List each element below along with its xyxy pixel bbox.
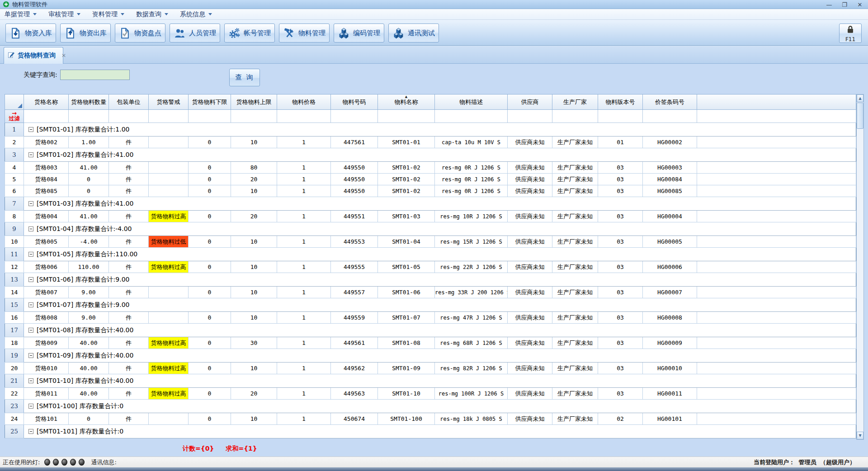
toolbar-button-7[interactable]: 编码管理 [334,24,384,42]
collapse-icon[interactable] [28,429,33,434]
row-number[interactable]: 19 [5,349,24,363]
grid-cell[interactable]: 件 [109,312,149,324]
grid-cell[interactable]: res-mg 18k J 0805 S [435,413,508,425]
filter-input-cell[interactable] [435,110,508,123]
row-number[interactable]: 12 [5,261,24,273]
column-header-8[interactable]: 物料号码 [331,94,378,110]
grid-cell[interactable]: 1 [277,312,331,324]
grid-cell[interactable]: 生产厂家未知 [552,388,598,400]
grid-cell[interactable]: 生产厂家未知 [552,162,598,174]
filter-input-cell[interactable] [189,110,231,123]
grid-cell[interactable]: SMT01-04 [378,236,435,248]
row-number[interactable]: 7 [5,197,24,211]
grid-cell[interactable]: HG00007 [643,287,697,298]
group-row[interactable]: [SMT01-07] 库存数量合计:9.00 [24,298,856,312]
grid-cell[interactable]: 03 [598,363,643,374]
grid-cell[interactable] [149,413,189,425]
grid-cell[interactable]: res-mg 10R J 1206 S [435,211,508,222]
grid-cell[interactable] [149,287,189,298]
grid-cell[interactable]: 生产厂家未知 [552,185,598,197]
grid-cell[interactable]: 生产厂家未知 [552,413,598,425]
grid-cell[interactable]: SMT01-10 [378,388,435,400]
column-header-1[interactable]: 货格名称 [24,94,69,110]
grid-cell[interactable]: 生产厂家未知 [552,363,598,374]
column-header-6[interactable]: 货格物料上限 [231,94,277,110]
grid-cell[interactable]: 20 [231,388,277,400]
menu-item-5[interactable]: 系统信息 [180,10,212,19]
row-number[interactable]: 14 [5,287,24,298]
grid-cell[interactable]: 件 [109,162,149,174]
column-header-9[interactable]: ▲物料名称 [378,94,435,110]
grid-cell[interactable]: 0 [189,236,231,248]
grid-cell[interactable]: HG00006 [643,261,697,273]
grid-cell[interactable]: 件 [109,236,149,248]
grid-cell[interactable]: HG00085 [643,185,697,197]
grid-cell[interactable]: 10 [231,413,277,425]
row-number[interactable]: 20 [5,363,24,374]
grid-cell[interactable]: 449550 [331,174,378,185]
grid-cell[interactable]: 03 [598,162,643,174]
grid-cell[interactable]: 件 [109,211,149,222]
row-number[interactable]: 4 [5,162,24,174]
grid-cell[interactable]: 1.00 [69,137,109,148]
grid-cell[interactable]: 货格008 [24,312,69,324]
grid-cell[interactable]: HG00010 [643,363,697,374]
grid-cell[interactable]: 生产厂家未知 [552,211,598,222]
row-number[interactable]: 15 [5,298,24,312]
grid-cell[interactable]: 0 [189,337,231,349]
grid-cell[interactable]: 货格物料过低 [149,236,189,248]
grid-cell[interactable]: 10 [231,287,277,298]
grid-cell[interactable]: 41.00 [69,211,109,222]
filter-input-cell[interactable] [331,110,378,123]
collapse-icon[interactable] [28,226,33,231]
grid-cell[interactable] [149,174,189,185]
collapse-icon[interactable] [28,127,33,132]
grid-cell[interactable]: 0 [189,162,231,174]
column-header-4[interactable]: 货格警戒 [149,94,189,110]
grid-cell[interactable]: 生产厂家未知 [552,287,598,298]
grid-cell[interactable]: 1 [277,185,331,197]
grid-cell[interactable]: HG00011 [643,388,697,400]
menu-item-2[interactable]: 审核管理 [48,10,80,19]
grid-cell[interactable]: 1 [277,388,331,400]
grid-cell[interactable]: 件 [109,174,149,185]
grid-corner-cell[interactable] [5,94,24,110]
grid-cell[interactable]: 生产厂家未知 [552,174,598,185]
collapse-icon[interactable] [28,328,33,333]
group-row[interactable]: [SMT01-09] 库存数量合计:40.00 [24,349,856,363]
row-number[interactable]: 24 [5,413,24,425]
grid-cell[interactable]: 110.00 [69,261,109,273]
grid-cell[interactable]: 货格006 [24,261,69,273]
grid-cell[interactable]: HG00005 [643,236,697,248]
filter-indicator[interactable]: →过滤 [5,110,24,123]
grid-cell[interactable]: 449559 [331,312,378,324]
grid-cell[interactable]: SMT01-07 [378,312,435,324]
group-row[interactable]: [SMT01-02] 库存数量合计:41.00 [24,148,856,162]
grid-cell[interactable]: 01 [598,137,643,148]
grid-cell[interactable]: SMT01-09 [378,363,435,374]
grid-cell[interactable]: 生产厂家未知 [552,236,598,248]
grid-cell[interactable]: 9.00 [69,287,109,298]
grid-cell[interactable]: 449550 [331,162,378,174]
grid-cell[interactable]: 447561 [331,137,378,148]
grid-cell[interactable] [149,137,189,148]
grid-cell[interactable]: HG00004 [643,211,697,222]
row-number[interactable]: 23 [5,400,24,413]
menu-item-3[interactable]: 资料管理 [92,10,124,19]
grid-cell[interactable]: 450674 [331,413,378,425]
grid-cell[interactable]: 0 [189,174,231,185]
grid-cell[interactable]: SMT01-100 [378,413,435,425]
grid-cell[interactable]: 货格物料过高 [149,337,189,349]
collapse-icon[interactable] [28,302,33,307]
grid-cell[interactable]: 1 [277,363,331,374]
grid-cell[interactable]: 供应商未知 [508,261,552,273]
grid-cell[interactable]: 货格009 [24,337,69,349]
grid-cell[interactable]: res-mg 47R J 1206 S [435,312,508,324]
grid-cell[interactable]: SMT01-03 [378,211,435,222]
grid-cell[interactable]: 件 [109,388,149,400]
collapse-icon[interactable] [28,404,33,409]
tab-cargo-material-query[interactable]: 货格物料查询 ✕ [4,47,63,64]
vertical-scrollbar[interactable]: ▲ ▼ [856,94,864,440]
grid-cell[interactable]: 供应商未知 [508,413,552,425]
row-number[interactable]: 10 [5,236,24,248]
